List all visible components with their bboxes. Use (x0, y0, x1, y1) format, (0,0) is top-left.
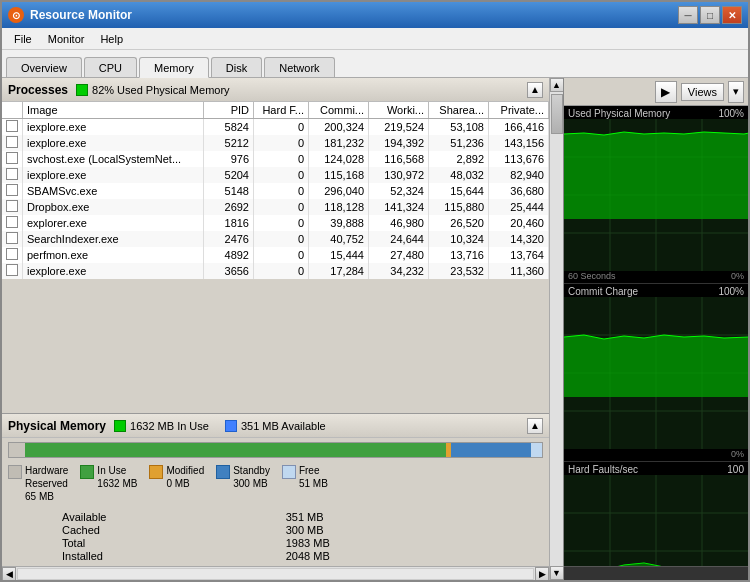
table-row[interactable]: iexplore.exe 3656 0 17,284 34,232 23,532… (2, 263, 549, 279)
row-checkbox[interactable] (2, 183, 23, 199)
chart3-canvas (564, 475, 748, 566)
row-hard: 0 (254, 183, 309, 199)
physical-memory-title: Physical Memory (8, 419, 106, 433)
views-dropdown-btn[interactable]: ▾ (728, 81, 744, 103)
legend-standby-text: Standby300 MB (233, 464, 270, 490)
legend-inuse-text: In Use1632 MB (97, 464, 137, 490)
row-checkbox[interactable] (2, 263, 23, 279)
mem-legend: HardwareReserved65 MB In Use1632 MB Modi… (2, 460, 549, 507)
horizontal-scrollbar[interactable]: ◀ ▶ (2, 566, 549, 580)
processes-table-wrap[interactable]: Image PID Hard F... Commi... Worki... Sh… (2, 102, 549, 413)
chart1-title: Used Physical Memory 100% (564, 106, 748, 119)
row-checkbox[interactable] (2, 119, 23, 136)
table-row[interactable]: iexplore.exe 5204 0 115,168 130,972 48,0… (2, 167, 549, 183)
right-panel-scrollbar[interactable] (564, 566, 748, 580)
table-row[interactable]: iexplore.exe 5824 0 200,324 219,524 53,1… (2, 119, 549, 136)
row-checkbox[interactable] (2, 167, 23, 183)
row-checkbox[interactable] (2, 151, 23, 167)
row-private: 82,940 (489, 167, 549, 183)
row-checkbox[interactable] (2, 135, 23, 151)
vertical-scrollbar[interactable]: ▲ ▼ (549, 78, 563, 580)
minimize-button[interactable]: ─ (678, 6, 698, 24)
col-image[interactable]: Image (23, 102, 204, 119)
chart1-svg (564, 119, 748, 271)
right-panel: ▶ Views ▾ Used Physical Memory 100% (563, 78, 748, 580)
row-private: 166,416 (489, 119, 549, 136)
mem-stat-value-installed: 2048 MB (286, 550, 489, 562)
scroll-up-btn[interactable]: ▲ (550, 78, 564, 92)
row-private: 13,764 (489, 247, 549, 263)
processes-collapse-btn[interactable]: ▲ (527, 82, 543, 98)
legend-inuse: In Use1632 MB (80, 464, 137, 503)
mem-stats: Available 351 MB Cached 300 MB Total 198… (2, 507, 549, 566)
chart3-title: Hard Faults/sec 100 (564, 462, 748, 475)
green-indicator (76, 84, 88, 96)
tab-cpu[interactable]: CPU (84, 57, 137, 77)
row-shared: 13,716 (429, 247, 489, 263)
processes-header: Processes 82% Used Physical Memory ▲ (2, 78, 549, 102)
mem-seg-free (531, 443, 542, 457)
col-pid[interactable]: PID (204, 102, 254, 119)
row-image: explorer.exe (23, 215, 204, 231)
views-button[interactable]: Views (681, 83, 724, 101)
tab-disk[interactable]: Disk (211, 57, 262, 77)
menu-monitor[interactable]: Monitor (40, 31, 93, 47)
right-panel-header: ▶ Views ▾ (564, 78, 748, 106)
row-shared: 115,880 (429, 199, 489, 215)
close-button[interactable]: ✕ (722, 6, 742, 24)
svg-marker-7 (564, 132, 748, 219)
row-commit: 17,284 (309, 263, 369, 279)
table-row[interactable]: SearchIndexer.exe 2476 0 40,752 24,644 1… (2, 231, 549, 247)
scroll-down-btn[interactable]: ▼ (550, 566, 564, 580)
menu-file[interactable]: File (6, 31, 40, 47)
tab-network[interactable]: Network (264, 57, 334, 77)
svg-marker-15 (564, 335, 748, 397)
col-working[interactable]: Worki... (369, 102, 429, 119)
row-hard: 0 (254, 135, 309, 151)
expand-btn[interactable]: ▶ (655, 81, 677, 103)
table-row[interactable]: svchost.exe (LocalSystemNet... 976 0 124… (2, 151, 549, 167)
legend-free: Free51 MB (282, 464, 328, 503)
processes-title: Processes (8, 83, 68, 97)
col-shared[interactable]: Sharea... (429, 102, 489, 119)
table-row[interactable]: perfmon.exe 4892 0 15,444 27,480 13,716 … (2, 247, 549, 263)
menu-help[interactable]: Help (92, 31, 131, 47)
processes-status: 82% Used Physical Memory (92, 84, 230, 96)
row-hard: 0 (254, 215, 309, 231)
row-checkbox[interactable] (2, 247, 23, 263)
mem-stat-label-cached: Cached (62, 524, 266, 536)
tab-overview[interactable]: Overview (6, 57, 82, 77)
chart1-canvas (564, 119, 748, 271)
legend-modified-text: Modified0 MB (166, 464, 204, 490)
maximize-button[interactable]: □ (700, 6, 720, 24)
processes-table: Image PID Hard F... Commi... Worki... Sh… (2, 102, 549, 279)
row-pid: 3656 (204, 263, 254, 279)
col-hardfaults[interactable]: Hard F... (254, 102, 309, 119)
app-icon: ⊙ (8, 7, 24, 23)
menu-bar: File Monitor Help (2, 28, 748, 50)
table-row[interactable]: explorer.exe 1816 0 39,888 46,980 26,520… (2, 215, 549, 231)
tab-memory[interactable]: Memory (139, 57, 209, 78)
col-private[interactable]: Private... (489, 102, 549, 119)
table-row[interactable]: Dropbox.exe 2692 0 118,128 141,324 115,8… (2, 199, 549, 215)
col-commit[interactable]: Commi... (309, 102, 369, 119)
chart-commit-charge: Commit Charge 100% (564, 284, 748, 462)
scroll-left-btn[interactable]: ◀ (2, 567, 16, 581)
row-image: iexplore.exe (23, 119, 204, 136)
col-checkbox (2, 102, 23, 119)
scroll-right-btn[interactable]: ▶ (535, 567, 549, 581)
row-checkbox[interactable] (2, 231, 23, 247)
row-working: 24,644 (369, 231, 429, 247)
table-row[interactable]: SBAMSvc.exe 5148 0 296,040 52,324 15,644… (2, 183, 549, 199)
row-hard: 0 (254, 151, 309, 167)
physical-memory-collapse-btn[interactable]: ▲ (527, 418, 543, 434)
mem-status-badge1: 1632 MB In Use (114, 420, 209, 432)
row-checkbox[interactable] (2, 215, 23, 231)
chart-used-physical-memory: Used Physical Memory 100% (564, 106, 748, 284)
table-row[interactable]: iexplore.exe 5212 0 181,232 194,392 51,2… (2, 135, 549, 151)
scroll-thumb[interactable] (551, 94, 563, 134)
row-checkbox[interactable] (2, 199, 23, 215)
row-image: svchost.exe (LocalSystemNet... (23, 151, 204, 167)
mem-seg-standby (451, 443, 531, 457)
mem-stat-value-total: 1983 MB (286, 537, 489, 549)
